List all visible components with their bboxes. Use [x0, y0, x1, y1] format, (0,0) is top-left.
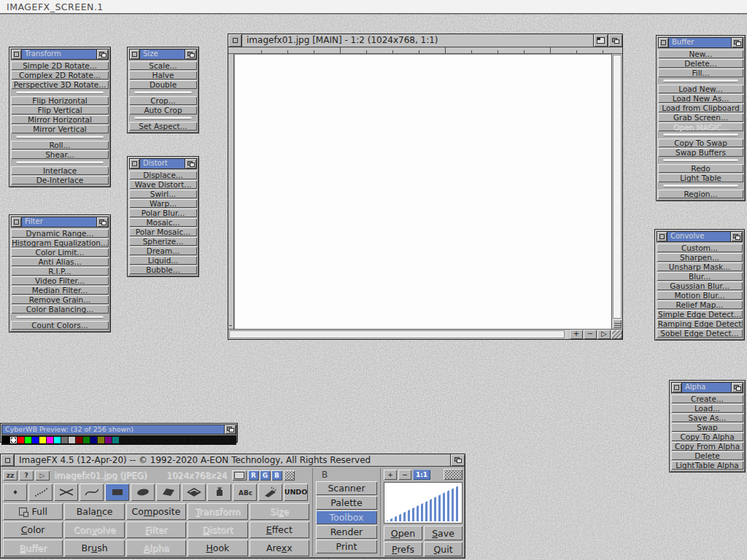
- mosaic-button[interactable]: Mosaic...: [129, 218, 197, 227]
- pattern-button[interactable]: [444, 469, 462, 480]
- zoom-gadget-icon[interactable]: [593, 34, 608, 47]
- palette-swatch[interactable]: [163, 437, 169, 443]
- palette-swatch[interactable]: [18, 437, 24, 443]
- depth-icon[interactable]: [185, 159, 196, 168]
- palette-swatch[interactable]: [141, 437, 147, 443]
- blur-button[interactable]: Blur...: [657, 272, 743, 281]
- depth-icon[interactable]: [731, 38, 743, 47]
- color-button[interactable]: Color: [3, 521, 63, 538]
- render-button[interactable]: Render: [316, 525, 377, 539]
- unsharp-mask-button[interactable]: Unsharp Mask...: [657, 262, 743, 271]
- scanner-button[interactable]: Scanner: [316, 481, 377, 495]
- count-colors-button[interactable]: Count Colors...: [11, 321, 109, 330]
- delete-button[interactable]: Delete: [671, 451, 743, 460]
- hook-button[interactable]: Hook: [187, 540, 247, 556]
- palette-swatch[interactable]: [47, 437, 53, 443]
- swap-button[interactable]: Swap: [671, 423, 743, 432]
- open-button[interactable]: Open: [384, 526, 422, 540]
- palette-swatch[interactable]: [126, 437, 133, 443]
- palette-swatch[interactable]: [39, 437, 46, 443]
- palette-swatch[interactable]: [170, 437, 177, 443]
- liquid-button[interactable]: Liquid...: [129, 256, 197, 265]
- spherize-button[interactable]: Spherize...: [129, 237, 197, 246]
- screen-mode-button[interactable]: [232, 470, 247, 481]
- palette-swatch[interactable]: [3, 437, 9, 443]
- perspective-3d-rotate-button[interactable]: Perspective 3D Rotate...: [11, 80, 109, 89]
- palette-swatch[interactable]: [54, 437, 61, 443]
- palette-swatch[interactable]: [61, 437, 68, 443]
- polar-blur-button[interactable]: Polar Blur...: [129, 209, 197, 217]
- arexx-button[interactable]: Arexx: [249, 540, 309, 556]
- flip-horizontal-button[interactable]: Flip Horizontal: [11, 96, 109, 105]
- toolbox-button[interactable]: Toolbox: [316, 510, 377, 524]
- palette-swatch[interactable]: [206, 437, 213, 443]
- anti-alias-button[interactable]: Anti Alias...: [11, 257, 109, 266]
- quit-button[interactable]: Quit: [424, 542, 462, 556]
- b-button[interactable]: B: [271, 470, 282, 481]
- ramping-edge-detect-button[interactable]: Ramping Edge Detect: [657, 319, 743, 328]
- auto-crop-button[interactable]: Auto Crop: [129, 106, 197, 114]
- horizontal-scrollbar-thumb[interactable]: [229, 330, 565, 338]
- close-icon[interactable]: [672, 383, 682, 392]
- interlace-button[interactable]: Interlace: [11, 166, 109, 175]
- vertical-scrollbar[interactable]: [611, 54, 622, 329]
- palette-swatch-selected[interactable]: [10, 437, 17, 443]
- load-new-as-button[interactable]: Load New As...: [658, 94, 743, 103]
- balance-button[interactable]: Balance: [64, 503, 124, 520]
- palette-swatch[interactable]: [76, 437, 82, 443]
- relief-map-button[interactable]: Relief Map...: [657, 300, 743, 309]
- swirl-button[interactable]: Swirl...: [129, 190, 197, 198]
- zoom-out-button[interactable]: −: [398, 470, 411, 480]
- palette-swatch[interactable]: [69, 437, 75, 443]
- gaussian-blur-button[interactable]: Gaussian Blur...: [657, 281, 743, 290]
- palette-swatch[interactable]: [98, 437, 104, 443]
- sobel-edge-detect-button[interactable]: Sobel Edge Detect...: [657, 329, 743, 338]
- palette-swatch[interactable]: [133, 437, 140, 443]
- undo-button[interactable]: UNDO: [284, 483, 308, 501]
- size-panel-titlebar[interactable]: Size: [129, 49, 197, 60]
- double-button[interactable]: Double: [129, 80, 197, 89]
- prefs-button[interactable]: Prefs: [384, 542, 422, 556]
- zoom-in-button[interactable]: +: [384, 470, 397, 480]
- close-icon[interactable]: [1, 454, 15, 466]
- print-button[interactable]: Print: [316, 540, 377, 553]
- palette-button[interactable]: Palette: [316, 496, 377, 510]
- motion-blur-button[interactable]: Motion Blur...: [657, 291, 743, 300]
- median-filter-button[interactable]: Median Filter...: [11, 286, 109, 295]
- depth-icon[interactable]: [96, 217, 108, 227]
- lighttable-alpha-button[interactable]: LightTable Alpha: [671, 461, 743, 470]
- palette-swatch[interactable]: [228, 437, 235, 443]
- palette-swatch[interactable]: [25, 437, 31, 443]
- airbrush-tool-button[interactable]: [258, 483, 282, 501]
- image-canvas[interactable]: [234, 54, 611, 329]
- pan-button[interactable]: ▷: [597, 330, 611, 339]
- dot-tool-button[interactable]: [3, 483, 27, 501]
- line-tool-button[interactable]: [54, 483, 78, 501]
- horizontal-scrollbar-track[interactable]: [228, 330, 569, 339]
- depth-icon[interactable]: [730, 232, 742, 241]
- mirror-vertical-button[interactable]: Mirror Vertical: [11, 125, 109, 133]
- r-i-p-button[interactable]: R.I.P...: [11, 267, 109, 276]
- save-button[interactable]: Save: [424, 526, 462, 540]
- flip-vertical-button[interactable]: Flip Vertical: [11, 106, 109, 114]
- curve-tool-button[interactable]: [80, 483, 104, 501]
- palette-window-titlebar[interactable]: CyberWB Preview: (32 of 256 shown): [1, 424, 236, 435]
- fill-button[interactable]: Fill...: [658, 69, 743, 77]
- copy-from-alpha-button[interactable]: Copy From Alpha: [671, 442, 743, 451]
- copy-to-swap-button[interactable]: Copy To Swap: [658, 139, 743, 147]
- resize-corner-icon[interactable]: [611, 330, 622, 339]
- roll-button[interactable]: Roll...: [11, 141, 109, 149]
- simple-2d-rotate-button[interactable]: Simple 2D Rotate...: [11, 61, 109, 70]
- palette-swatch[interactable]: [155, 437, 162, 443]
- palette-swatch[interactable]: [199, 437, 206, 443]
- new-button[interactable]: New...: [658, 50, 743, 58]
- close-icon[interactable]: [228, 34, 242, 47]
- alpha-panel-titlebar[interactable]: Alpha: [671, 382, 743, 393]
- palette-swatch[interactable]: [214, 437, 220, 443]
- depth-icon[interactable]: [224, 425, 236, 434]
- dynamic-range-button[interactable]: Dynamic Range...: [11, 229, 109, 238]
- fill-jar-tool-button[interactable]: [207, 483, 231, 501]
- save-as-button[interactable]: Save As...: [671, 413, 743, 422]
- bubble-button[interactable]: Bubble...: [129, 265, 197, 274]
- palette-swatch[interactable]: [32, 437, 39, 443]
